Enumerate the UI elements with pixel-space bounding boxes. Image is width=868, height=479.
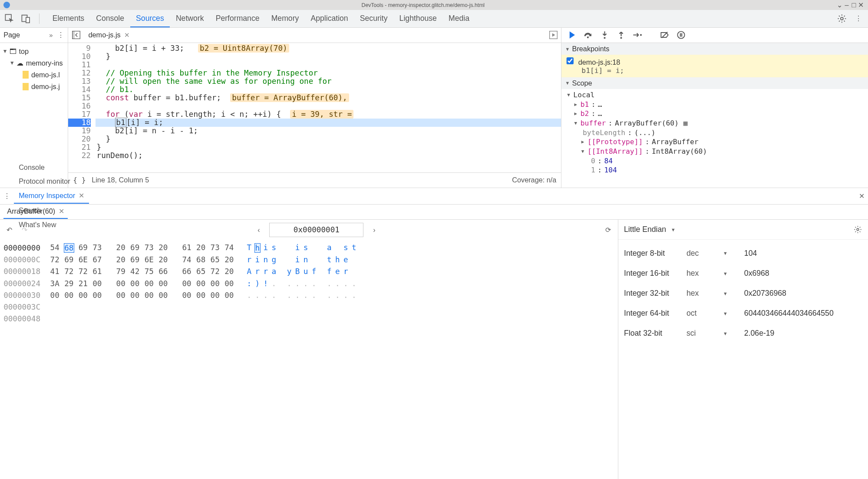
code-line[interactable]: // b1. — [96, 86, 561, 94]
step-icon[interactable] — [632, 30, 643, 40]
resume-icon[interactable] — [566, 30, 577, 40]
breakpoints-header[interactable]: ▼Breakpoints — [561, 43, 868, 55]
hex-byte[interactable]: 20 — [116, 243, 126, 253]
hex-byte[interactable]: 00 — [92, 291, 102, 300]
hex-ascii[interactable]: . — [246, 291, 252, 300]
line-number[interactable]: 22 — [68, 152, 91, 160]
line-number[interactable]: 21 — [68, 143, 91, 152]
window-maximize[interactable]: □ — [850, 1, 857, 9]
hex-byte[interactable]: 00 — [129, 279, 140, 288]
hex-byte[interactable]: 69 — [129, 243, 140, 253]
value-format[interactable]: oct — [686, 309, 723, 318]
chevron-down-icon[interactable]: ▼ — [723, 291, 731, 296]
hex-byte[interactable]: 00 — [144, 291, 154, 300]
hex-ascii[interactable]: n — [263, 255, 269, 264]
scope-array-item[interactable]: 1: 104 — [561, 165, 868, 175]
code-line[interactable]: } — [96, 135, 561, 143]
chevron-down-icon[interactable]: ▼ — [723, 251, 731, 256]
hex-ascii[interactable] — [351, 255, 357, 264]
hex-byte[interactable]: 00 — [182, 291, 192, 300]
hex-byte[interactable]: 00 — [129, 291, 140, 300]
scope-prop[interactable]: ▶[[Prototype]]: ArrayBuffer — [561, 137, 868, 147]
window-close[interactable]: ✕ — [857, 1, 864, 9]
more-icon[interactable]: ⋮ — [853, 13, 865, 24]
hex-ascii[interactable]: r — [254, 267, 261, 276]
tab-lighthouse[interactable]: Lighthouse — [393, 10, 442, 26]
hex-ascii[interactable]: . — [271, 279, 277, 288]
hex-ascii[interactable]: u — [303, 267, 309, 276]
scope-var[interactable]: ▶b2: … — [561, 109, 868, 119]
hex-byte[interactable]: 21 — [78, 279, 88, 288]
hex-byte[interactable]: 00 — [210, 291, 220, 300]
hex-byte[interactable]: 20 — [158, 243, 168, 253]
hex-byte[interactable]: 41 — [50, 267, 60, 276]
hex-byte[interactable]: 69 — [64, 255, 74, 264]
hex-byte[interactable]: 00 — [182, 279, 192, 288]
hex-byte[interactable]: 75 — [144, 267, 154, 276]
hex-ascii[interactable]: A — [246, 267, 252, 276]
hex-byte[interactable]: 65 — [195, 267, 206, 276]
drawer-close-icon[interactable]: ✕ — [859, 192, 865, 200]
hex-byte[interactable]: 72 — [64, 267, 74, 276]
hex-ascii[interactable]: . — [263, 291, 269, 300]
hex-ascii[interactable]: ! — [263, 279, 269, 288]
hex-byte[interactable]: 79 — [116, 267, 126, 276]
hex-ascii[interactable]: . — [335, 279, 341, 288]
hex-byte[interactable]: 69 — [129, 255, 140, 264]
hex-ascii[interactable]: h — [335, 255, 341, 264]
scope-prop[interactable]: byteLength: (...) — [561, 128, 868, 137]
line-number[interactable]: 10 — [68, 53, 91, 61]
hex-byte[interactable]: 00 — [195, 291, 206, 300]
code-line[interactable]: b2[i] = n - i - 1; — [96, 127, 561, 135]
hex-byte[interactable]: 3A — [50, 279, 60, 288]
hex-byte[interactable]: 6E — [78, 255, 88, 264]
nav-more-icon[interactable]: ⋮ — [57, 31, 64, 39]
hex-ascii[interactable]: r — [246, 255, 252, 264]
hex-ascii[interactable]: h — [254, 243, 261, 253]
hex-ascii[interactable] — [351, 267, 357, 276]
hex-ascii[interactable]: s — [303, 243, 309, 253]
pause-exceptions-icon[interactable] — [676, 30, 686, 40]
code-line[interactable]: // will open the same view as for openin… — [96, 77, 561, 86]
code-line[interactable]: b2[i] = i + 33; b2 = Uint8Array(70) — [96, 44, 561, 53]
hex-ascii[interactable]: . — [294, 279, 300, 288]
hex-ascii[interactable]: a — [271, 267, 277, 276]
hex-ascii[interactable] — [286, 243, 292, 253]
memory-inspector-subtab[interactable]: ArrayBuffer(60) ✕ — [3, 205, 68, 219]
hex-ascii[interactable]: . — [311, 279, 317, 288]
hex-byte[interactable]: 73 — [210, 243, 220, 253]
code-line[interactable]: b1[i] = i; — [96, 119, 561, 127]
toggle-navigator-icon[interactable] — [71, 30, 81, 40]
hex-ascii[interactable] — [335, 243, 341, 253]
hex-byte[interactable]: 00 — [116, 279, 126, 288]
hex-ascii[interactable]: n — [303, 255, 309, 264]
line-number[interactable]: 15 — [68, 94, 91, 102]
hex-ascii[interactable]: ) — [254, 279, 261, 288]
device-toggle-icon[interactable] — [20, 13, 32, 24]
hex-byte[interactable]: 73 — [144, 243, 154, 253]
hex-byte[interactable]: 00 — [158, 291, 168, 300]
step-out-icon[interactable] — [616, 30, 626, 40]
close-icon[interactable]: ✕ — [59, 207, 64, 215]
hex-byte[interactable]: 67 — [92, 255, 102, 264]
hex-byte[interactable]: 00 — [92, 279, 102, 288]
hex-byte[interactable]: 20 — [116, 255, 126, 264]
hex-byte[interactable]: 68 — [195, 255, 206, 264]
window-menu[interactable]: ⌄ — [836, 1, 843, 9]
tab-network[interactable]: Network — [170, 10, 210, 26]
line-number[interactable]: 16 — [68, 102, 91, 110]
redo-icon[interactable]: ↷ — [20, 226, 30, 234]
value-format[interactable]: dec — [686, 249, 723, 258]
value-format[interactable]: sci — [686, 329, 723, 338]
hex-ascii[interactable] — [286, 255, 292, 264]
line-number[interactable]: 13 — [68, 77, 91, 86]
nav-overflow-icon[interactable]: » — [49, 31, 53, 39]
line-number[interactable]: 12 — [68, 69, 91, 77]
code-line[interactable] — [96, 61, 561, 69]
hex-ascii[interactable]: . — [254, 291, 261, 300]
hex-byte[interactable]: 00 — [116, 291, 126, 300]
tree-file-1[interactable]: demo-js.j — [0, 81, 68, 92]
tab-performance[interactable]: Performance — [210, 10, 265, 26]
close-icon[interactable]: ✕ — [124, 31, 130, 39]
settings-icon[interactable] — [854, 225, 862, 234]
